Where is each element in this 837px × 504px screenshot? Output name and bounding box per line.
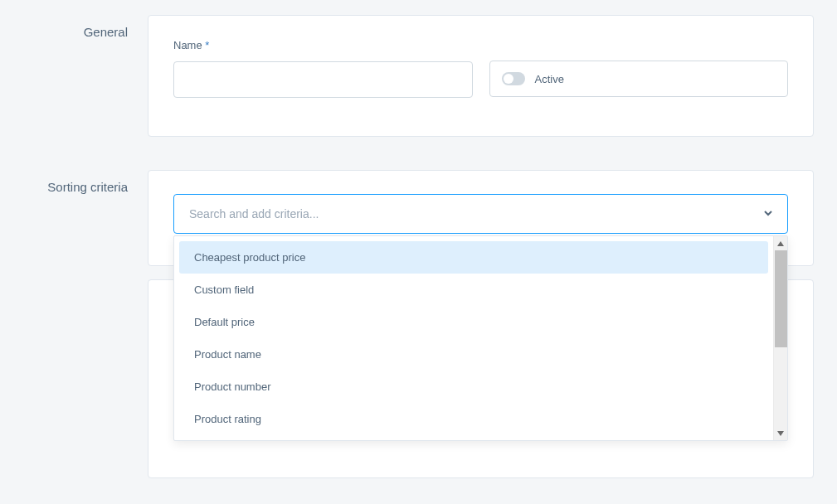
svg-marker-1 bbox=[777, 431, 784, 436]
criteria-dropdown-list: Cheapest product priceCustom fieldDefaul… bbox=[174, 236, 773, 440]
criteria-option[interactable]: Cheapest product price bbox=[179, 241, 768, 274]
scroll-track[interactable] bbox=[774, 250, 788, 426]
general-section: General Name * Active bbox=[15, 15, 814, 137]
sorting-card: Cheapest product priceCustom fieldDefaul… bbox=[148, 170, 814, 266]
active-toggle-container[interactable]: Active bbox=[489, 61, 789, 97]
scroll-thumb[interactable] bbox=[775, 250, 787, 347]
sorting-criteria-section: Sorting criteria Cheapest product priceC… bbox=[15, 170, 814, 266]
criteria-option[interactable]: Custom field bbox=[179, 274, 768, 306]
general-card: Name * Active bbox=[148, 15, 814, 137]
criteria-option[interactable]: Product name bbox=[179, 338, 768, 371]
criteria-option[interactable]: Default price bbox=[179, 306, 768, 338]
active-toggle[interactable] bbox=[502, 72, 525, 85]
criteria-search-input[interactable] bbox=[173, 194, 788, 234]
active-label: Active bbox=[535, 73, 564, 85]
svg-marker-0 bbox=[777, 241, 784, 246]
scroll-up-arrow-icon[interactable] bbox=[774, 236, 788, 250]
criteria-option[interactable]: Product number bbox=[179, 371, 768, 403]
criteria-dropdown: Cheapest product priceCustom fieldDefaul… bbox=[173, 235, 788, 441]
scroll-down-arrow-icon[interactable] bbox=[774, 426, 788, 440]
name-label: Name * bbox=[173, 39, 473, 51]
criteria-combobox: Cheapest product priceCustom fieldDefaul… bbox=[173, 194, 788, 234]
criteria-option[interactable]: Product rating bbox=[179, 403, 768, 435]
sorting-section-title: Sorting criteria bbox=[15, 170, 148, 194]
general-section-title: General bbox=[15, 15, 148, 39]
scrollbar[interactable] bbox=[773, 236, 787, 440]
name-input[interactable] bbox=[173, 61, 473, 98]
